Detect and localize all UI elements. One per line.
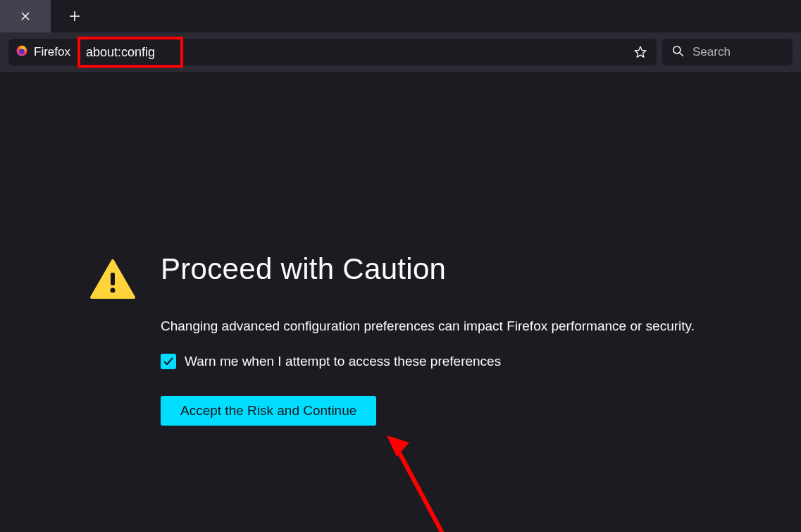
svg-line-7: [680, 53, 683, 56]
svg-point-6: [673, 46, 681, 53]
search-box[interactable]: Search: [662, 39, 793, 66]
url-bar-container: Firefox about:config: [8, 39, 657, 66]
warn-checkbox-row[interactable]: Warn me when I attempt to access these p…: [161, 354, 695, 369]
warn-checkbox-label: Warn me when I attempt to access these p…: [185, 354, 501, 369]
new-tab-button[interactable]: [62, 4, 87, 29]
search-icon: [672, 45, 684, 60]
warning-triangle-icon: [90, 252, 135, 303]
firefox-icon: [15, 44, 28, 60]
svg-marker-11: [387, 435, 409, 457]
svg-point-5: [19, 49, 25, 54]
page-content: Proceed with Caution Changing advanced c…: [0, 72, 801, 532]
annotation-arrow-icon: [384, 433, 483, 532]
url-bar[interactable]: about:config: [77, 39, 657, 66]
svg-rect-8: [111, 273, 115, 285]
active-tab[interactable]: [0, 0, 51, 32]
warning-title: Proceed with Caution: [161, 252, 695, 286]
navigation-toolbar: Firefox about:config Search: [0, 32, 801, 72]
search-placeholder: Search: [693, 45, 731, 59]
tab-strip: [0, 0, 801, 32]
identity-label: Firefox: [34, 45, 70, 59]
identity-box[interactable]: Firefox: [8, 39, 77, 66]
warn-checkbox[interactable]: [161, 354, 176, 369]
bookmark-star-icon[interactable]: [633, 44, 648, 60]
accept-risk-button[interactable]: Accept the Risk and Continue: [161, 396, 376, 426]
svg-line-10: [394, 443, 476, 532]
close-tab-icon[interactable]: [20, 11, 30, 21]
warning-description: Changing advanced configuration preferen…: [161, 318, 695, 334]
url-text: about:config: [86, 45, 155, 60]
warning-content: Proceed with Caution Changing advanced c…: [161, 252, 695, 426]
svg-point-9: [111, 288, 116, 293]
warning-container: Proceed with Caution Changing advanced c…: [90, 252, 695, 426]
